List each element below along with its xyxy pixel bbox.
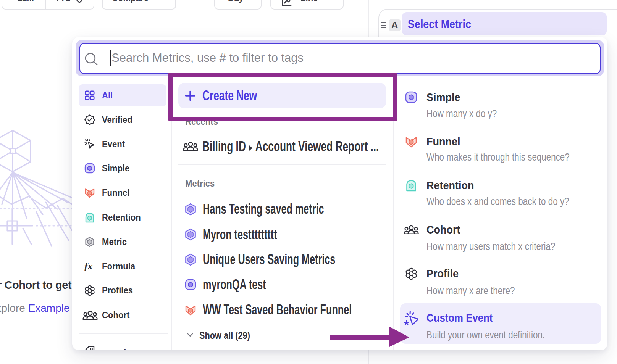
svg-text:fx: fx xyxy=(84,261,93,271)
